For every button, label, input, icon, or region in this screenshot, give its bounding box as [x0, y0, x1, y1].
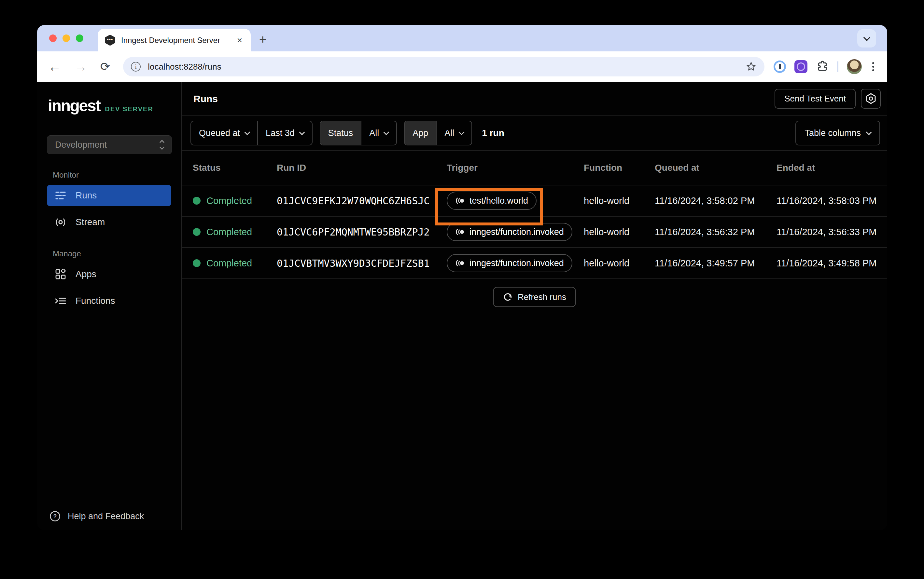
status-cell: Completed — [193, 196, 277, 206]
help-question-icon: ? — [49, 511, 61, 522]
run-id[interactable]: 01JCVBTMV3WXY9D3CFDEJFZSB1 — [277, 258, 447, 269]
browser-tab[interactable]: ••• Inngest Development Server × — [98, 29, 251, 51]
table-header: Status Run ID Trigger Function Queued at… — [182, 150, 887, 185]
close-window-button[interactable] — [49, 34, 57, 42]
event-trigger-icon — [455, 197, 465, 204]
section-label-monitor: Monitor — [53, 170, 181, 180]
tab-close-icon[interactable]: × — [236, 36, 243, 45]
trigger-cell: test/hello.world — [447, 191, 584, 210]
site-info-icon[interactable]: i — [131, 62, 141, 72]
new-tab-button[interactable]: + — [259, 33, 266, 46]
sidebar-item-apps[interactable]: Apps — [47, 263, 171, 285]
page-title: Runs — [194, 93, 218, 105]
ended-at-value: 11/16/2024, 3:56:33 PM — [776, 227, 887, 237]
status-cell: Completed — [193, 227, 277, 237]
table-row[interactable]: Completed 01JCVC6PF2MQNMTWE95BBRZPJ2 inn… — [182, 217, 887, 248]
trigger-pill[interactable]: inngest/function.invoked — [447, 223, 572, 241]
stream-broadcast-icon — [54, 217, 67, 227]
status-dot-icon — [193, 197, 200, 204]
profile-avatar[interactable] — [847, 59, 862, 74]
status-cell: Completed — [193, 258, 277, 269]
run-id[interactable]: 01JCVC9EFKJ2W70WQHC6ZH6SJC — [277, 195, 447, 206]
function-name[interactable]: hello-world — [584, 196, 655, 206]
sidebar-item-label: Apps — [75, 269, 96, 280]
app-filter-value[interactable]: All — [436, 121, 471, 145]
sidebar: inngest DEV SERVER Development Monitor — [37, 82, 182, 530]
page-header: Runs Send Test Event — [182, 82, 887, 116]
url-text[interactable]: localhost:8288/runs — [148, 62, 745, 72]
app-filter-group: App All — [404, 121, 472, 146]
gear-icon — [865, 93, 877, 105]
status-filter-label: Status — [320, 121, 361, 145]
trigger-name: inngest/function.invoked — [469, 227, 564, 237]
send-test-event-button[interactable]: Send Test Event — [775, 89, 856, 109]
function-name[interactable]: hello-world — [584, 258, 655, 269]
table-row[interactable]: Completed 01JCVC9EFKJ2W70WQHC6ZH6SJC tes… — [182, 185, 887, 217]
browser-window: ••• Inngest Development Server × + ← → ⟳… — [37, 25, 887, 530]
status-filter-group: Status All — [320, 121, 397, 146]
time-filter-group: Queued at Last 3d — [190, 121, 313, 146]
sidebar-item-functions[interactable]: Functions — [47, 290, 171, 312]
forward-button[interactable]: → — [74, 60, 87, 73]
table-columns-button[interactable]: Table columns — [795, 121, 880, 146]
browser-menu-button[interactable] — [870, 62, 876, 71]
environment-value: Development — [55, 140, 107, 150]
function-name[interactable]: hello-world — [584, 227, 655, 237]
bookmark-star-icon[interactable] — [745, 61, 757, 72]
run-id[interactable]: 01JCVC6PF2MQNMTWE95BBRZPJ2 — [277, 226, 447, 238]
table-row[interactable]: Completed 01JCVBTMV3WXY9D3CFDEJFZSB1 inn… — [182, 248, 887, 279]
column-trigger: Trigger — [447, 163, 584, 173]
chevron-down-icon — [299, 129, 305, 135]
sidebar-item-label: Stream — [75, 217, 105, 227]
column-ended-at: Ended at — [776, 163, 887, 173]
ended-at-value: 11/16/2024, 3:49:58 PM — [776, 258, 887, 269]
column-function: Function — [584, 163, 655, 173]
back-button[interactable]: ← — [48, 60, 61, 73]
refresh-label: Refresh runs — [518, 292, 566, 302]
event-trigger-icon — [455, 260, 465, 267]
event-trigger-icon — [455, 228, 465, 236]
queued-at-label: Queued at — [199, 128, 240, 138]
trigger-pill[interactable]: test/hello.world — [447, 191, 537, 210]
tab-search-button[interactable] — [857, 29, 876, 47]
window-controls — [49, 34, 83, 42]
queued-at-value: 11/16/2024, 3:56:32 PM — [655, 227, 776, 237]
status-dot-icon — [193, 228, 200, 236]
maximize-window-button[interactable] — [76, 34, 83, 42]
chevron-down-icon — [244, 129, 250, 135]
inngest-app: inngest DEV SERVER Development Monitor — [37, 82, 887, 530]
chevron-down-icon — [863, 34, 870, 41]
reload-button[interactable]: ⟳ — [100, 61, 110, 72]
runs-list-icon — [54, 190, 67, 201]
status-filter-value[interactable]: All — [361, 121, 396, 145]
trigger-pill[interactable]: inngest/function.invoked — [447, 254, 572, 272]
queued-at-filter[interactable]: Queued at — [191, 121, 257, 145]
sidebar-item-runs[interactable]: Runs — [47, 185, 171, 206]
time-range-filter[interactable]: Last 3d — [257, 121, 312, 145]
extensions-puzzle-icon[interactable] — [816, 60, 829, 73]
password-manager-extension-icon[interactable] — [774, 61, 786, 73]
column-status: Status — [193, 163, 277, 173]
main-content: Runs Send Test Event — [182, 82, 887, 530]
chevron-updown-icon — [160, 141, 164, 149]
purple-extension-icon[interactable] — [794, 60, 807, 73]
settings-gear-button[interactable] — [861, 89, 881, 109]
desktop-background: ••• Inngest Development Server × + ← → ⟳… — [0, 0, 924, 579]
trigger-cell: inngest/function.invoked — [447, 254, 584, 272]
filter-bar: Queued at Last 3d Status All — [182, 116, 887, 150]
sidebar-item-stream[interactable]: Stream — [47, 211, 171, 233]
help-and-feedback[interactable]: ? Help and Feedback — [47, 511, 144, 522]
chevron-down-icon — [459, 129, 464, 135]
chevron-down-icon — [866, 129, 871, 135]
trigger-cell: inngest/function.invoked — [447, 223, 584, 241]
refresh-runs-button[interactable]: Refresh runs — [493, 287, 576, 307]
environment-selector[interactable]: Development — [47, 135, 172, 154]
address-bar[interactable]: i localhost:8288/runs — [123, 57, 765, 77]
column-queued-at: Queued at — [655, 163, 776, 173]
column-run-id: Run ID — [277, 163, 447, 173]
minimize-window-button[interactable] — [62, 34, 70, 42]
tab-title: Inngest Development Server — [121, 36, 230, 45]
status-dot-icon — [193, 259, 200, 267]
app-filter-label: App — [405, 121, 436, 145]
inngest-favicon-icon: ••• — [105, 35, 115, 46]
